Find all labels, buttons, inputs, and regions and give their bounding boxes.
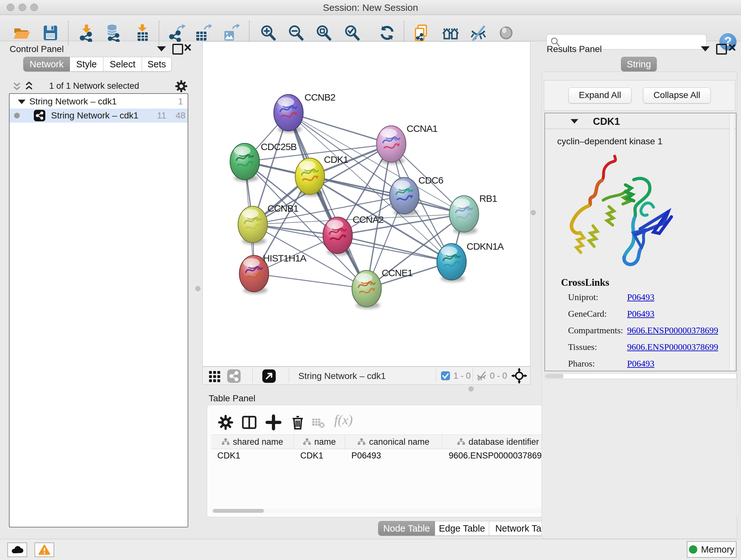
horizontal-splitter-handle[interactable] <box>468 386 474 391</box>
table-options-gear-icon[interactable] <box>217 414 234 431</box>
control-panel-close-icon[interactable]: × <box>184 44 192 52</box>
results-panel-collapse-icon[interactable] <box>701 46 710 51</box>
network-edge-CCNA2-CDKN1A[interactable] <box>338 235 452 262</box>
main-toolbar: ? <box>0 15 741 41</box>
node-label-CCNE1: CCNE1 <box>382 267 413 278</box>
right-splitter-handle[interactable] <box>531 210 536 215</box>
zoom-selected-icon[interactable] <box>343 24 361 42</box>
network-node-CCNB2[interactable]: CCNB2 <box>274 92 335 133</box>
network-collection-row[interactable]: String Network – cdk1 1 <box>10 95 188 109</box>
function-builder-icon[interactable]: f(x) <box>334 412 353 428</box>
network-node-CDKN1A[interactable]: CDKN1A <box>437 241 504 282</box>
window-title: Session: New Session <box>0 2 741 13</box>
column-header-database-identifier[interactable]: database identifier <box>442 435 554 449</box>
crosslink-value-link[interactable]: 9606.ENSP00000378699 <box>627 325 718 335</box>
control-panel-collapse-icon[interactable] <box>157 46 166 51</box>
left-splitter-handle[interactable] <box>195 286 200 291</box>
network-node-CCNE1[interactable]: CCNE1 <box>352 267 413 309</box>
tab-node-table[interactable]: Node Table <box>378 521 435 536</box>
selected-indicator-icon[interactable] <box>441 371 450 381</box>
import-table-from-file-icon[interactable] <box>134 24 151 42</box>
collapse-all-button[interactable]: Collapse All <box>643 87 711 104</box>
network-node-RB1[interactable]: RB1 <box>449 193 497 234</box>
crosslink-value-link[interactable]: 9606.ENSP00000378699 <box>627 342 718 352</box>
fit-content-icon[interactable] <box>315 24 333 42</box>
memory-status-button[interactable]: Memory <box>687 541 737 558</box>
crosslink-value-link[interactable]: P06493 <box>627 292 655 302</box>
show-columns-icon[interactable] <box>241 414 258 431</box>
export-table-icon[interactable] <box>194 24 212 42</box>
collapse-all-icon[interactable] <box>11 81 22 92</box>
control-panel-float-icon[interactable] <box>172 44 183 55</box>
results-button-box: Expand All Collapse All <box>544 80 735 111</box>
delete-table-icon[interactable] <box>311 414 325 431</box>
crosslink-row-Tissues: Tissues:9606.ENSP00000378699 <box>568 342 728 355</box>
grid-view-icon[interactable] <box>208 370 221 382</box>
first-neighbors-icon[interactable] <box>442 24 460 42</box>
export-image-icon[interactable] <box>222 24 240 42</box>
create-column-icon[interactable] <box>265 414 282 431</box>
tab-style[interactable]: Style <box>70 57 104 71</box>
cell-shared-name[interactable]: CDK1 <box>211 449 294 462</box>
show-all-icon[interactable] <box>497 24 515 42</box>
node-label-RB1: RB1 <box>479 193 497 204</box>
network-node-CCNA2[interactable]: CCNA2 <box>323 214 384 255</box>
network-node-CDK1[interactable]: CDK1 <box>295 154 348 196</box>
results-vertical-scrollbar[interactable] <box>729 114 734 370</box>
scrollbar-thumb[interactable] <box>213 509 264 513</box>
results-panel-float-icon[interactable] <box>716 44 727 55</box>
network-options-gear-icon[interactable] <box>175 80 188 92</box>
network-node-CCNA1[interactable]: CCNA1 <box>377 123 437 164</box>
crosslink-value-link[interactable]: P06493 <box>627 309 655 319</box>
cell-name[interactable]: CDK1 <box>294 449 345 462</box>
memory-label: Memory <box>701 544 735 555</box>
column-header-name[interactable]: name <box>294 435 345 449</box>
tab-select[interactable]: Select <box>104 57 142 71</box>
node-label-CCNA1: CCNA1 <box>407 123 437 134</box>
clone-network-icon[interactable] <box>413 24 431 42</box>
cell-database-identifier[interactable]: 9606.ENSP00000378699 <box>442 449 554 462</box>
tab-network[interactable]: Network <box>23 57 70 71</box>
attribute-icon <box>357 438 366 446</box>
tab-sets[interactable]: Sets <box>142 57 172 71</box>
cell-canonical-name[interactable]: P06493 <box>345 449 442 462</box>
toolbar-separator <box>435 369 436 383</box>
save-session-icon[interactable] <box>42 24 59 42</box>
import-network-from-database-icon[interactable] <box>105 24 122 42</box>
zoom-out-icon[interactable] <box>287 24 305 42</box>
column-header-canonical-name[interactable]: canonical name <box>345 435 442 449</box>
apply-preferred-layout-icon[interactable] <box>378 24 396 42</box>
network-canvas[interactable]: CCNB2CCNA1CDC25BCDK1CDC6RB1CCNB1CCNA2CDK… <box>202 42 530 367</box>
network-node-CDC6[interactable]: CDC6 <box>390 175 443 216</box>
delete-columns-icon[interactable] <box>289 414 306 431</box>
attribute-icon <box>303 438 311 446</box>
zoom-in-icon[interactable] <box>259 24 277 42</box>
network-node-HIST1H1A[interactable]: HIST1H1A <box>239 253 307 294</box>
section-collapse-icon[interactable] <box>570 119 578 124</box>
tab-edge-table[interactable]: Edge Table <box>435 521 489 536</box>
import-network-from-file-icon[interactable] <box>78 24 96 42</box>
export-network-icon[interactable] <box>168 24 186 42</box>
open-session-icon[interactable] <box>13 24 30 42</box>
column-header-shared-name[interactable]: shared name <box>211 435 294 449</box>
open-in-new-window-icon[interactable] <box>262 369 276 383</box>
warnings-button[interactable] <box>35 543 54 557</box>
section-header[interactable]: CDK1 <box>545 113 736 129</box>
results-horizontal-scrollbar[interactable] <box>544 373 737 379</box>
fit-selected-icon[interactable] <box>512 368 527 383</box>
network-edge-HIST1H1A-CCNE1[interactable] <box>254 273 367 289</box>
hide-selected-icon[interactable] <box>469 24 487 42</box>
network-edge-CCNB2-CCNA1[interactable] <box>288 113 391 144</box>
network-view-title: String Network – cdk1 <box>298 371 386 381</box>
share-view-icon[interactable] <box>227 369 241 383</box>
protein-structure-image <box>558 149 708 273</box>
tab-string[interactable]: String <box>621 57 657 71</box>
hidden-indicator-icon[interactable] <box>476 370 487 382</box>
expand-all-icon[interactable] <box>23 80 35 91</box>
tree-expand-icon[interactable] <box>18 100 25 104</box>
crosslink-value-link[interactable]: P06493 <box>627 359 655 369</box>
cloud-button[interactable] <box>7 543 27 557</box>
network-row[interactable]: String Network – cdk1 11 48 <box>10 109 188 123</box>
expand-all-button[interactable]: Expand All <box>568 87 631 104</box>
results-panel-close-icon[interactable]: × <box>728 44 736 52</box>
